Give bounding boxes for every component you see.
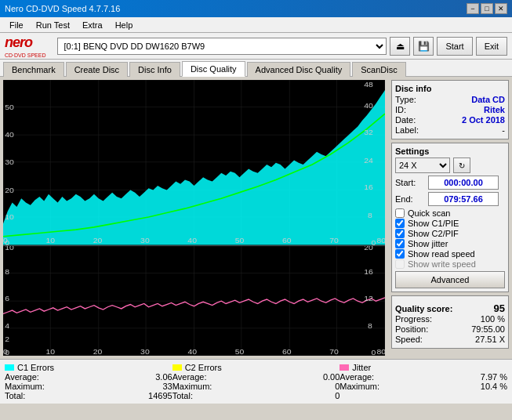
quickscan-checkbox[interactable] (395, 208, 405, 218)
c2pif-row: Show C2/PIF (395, 229, 505, 238)
quality-section: Quality score: 95 Progress: 100 % Positi… (391, 295, 509, 349)
c2-avg-label: Average: (172, 372, 207, 382)
jitter-label: Show jitter (408, 239, 448, 248)
progress-row: Progress: 100 % (395, 314, 505, 324)
c1-stat-group: C1 Errors Average: 3.06 Maximum: 33 Tota… (5, 363, 172, 400)
c1-total-label: Total: (5, 391, 25, 400)
minimize-button[interactable]: − (467, 3, 479, 14)
progress-value: 100 % (481, 314, 505, 324)
c1-avg-label: Average: (5, 372, 39, 382)
svg-text:16: 16 (364, 183, 373, 192)
right-panel: Disc info Type: Data CD ID: Ritek Date: … (388, 77, 512, 359)
speed-label: Speed: (395, 335, 423, 344)
c1pie-label: Show C1/PIE (408, 219, 459, 228)
toolbar: nero CD·DVD SPEED [0:1] BENQ DVD DD DW16… (0, 33, 512, 60)
c2-max-row: Maximum: 0 (172, 382, 340, 391)
date-label: Date: (395, 115, 416, 125)
drive-selector[interactable]: [0:1] BENQ DVD DD DW1620 B7W9 (57, 38, 387, 55)
svg-text:20: 20 (364, 246, 373, 252)
jitter-title-text: Jitter (352, 363, 371, 372)
exit-button[interactable]: Exit (476, 37, 507, 56)
type-value: Data CD (471, 95, 505, 104)
tab-disc-quality[interactable]: Disc Quality (182, 61, 245, 77)
settings-section: Settings 24 X ↻ Start: End: Quick scan (391, 143, 509, 292)
c1-max-label: Maximum: (5, 382, 45, 391)
logo-sub: CD·DVD SPEED (5, 52, 46, 58)
svg-text:20: 20 (5, 186, 14, 194)
id-label: ID: (395, 105, 406, 114)
c1-color-indicator (5, 364, 14, 371)
menu-bar: File Run Test Extra Help (0, 17, 512, 33)
tab-scandisc[interactable]: ScanDisc (352, 62, 405, 77)
menu-file[interactable]: File (3, 19, 30, 31)
disc-type-row: Type: Data CD (395, 95, 505, 104)
readspeed-checkbox[interactable] (395, 249, 405, 259)
c1-total-val: 14695 (148, 391, 172, 400)
jitter-avg-row: Average: 7.97 % (340, 372, 507, 382)
label-label: Label: (395, 125, 419, 135)
c1pie-row: Show C1/PIE (395, 219, 505, 228)
readspeed-label: Show read speed (408, 249, 475, 259)
speed-select[interactable]: 24 X (395, 158, 450, 173)
svg-text:30: 30 (140, 347, 150, 356)
svg-text:50: 50 (235, 237, 245, 245)
tab-disc-info[interactable]: Disc Info (129, 62, 180, 77)
end-label: End: (395, 194, 425, 204)
svg-text:0: 0 (372, 238, 376, 245)
jitter-checkbox[interactable] (395, 239, 405, 248)
c2pif-checkbox[interactable] (395, 229, 405, 238)
menu-runtest[interactable]: Run Test (30, 19, 76, 31)
svg-text:70: 70 (329, 237, 339, 245)
tab-advanced-disc-quality[interactable]: Advanced Disc Quality (247, 62, 351, 77)
start-button[interactable]: Start (437, 37, 472, 56)
c2pif-label: Show C2/PIF (408, 229, 459, 238)
eject-icon-btn[interactable]: ⏏ (390, 37, 410, 56)
svg-text:20: 20 (93, 237, 103, 245)
refresh-icon-btn[interactable]: ↻ (453, 158, 470, 173)
quickscan-row: Quick scan (395, 208, 505, 218)
tab-benchmark[interactable]: Benchmark (3, 62, 64, 77)
app-title: Nero CD-DVD Speed 4.7.7.16 (5, 4, 120, 13)
c1pie-checkbox[interactable] (395, 219, 405, 228)
svg-text:60: 60 (282, 237, 292, 245)
start-input[interactable] (428, 176, 499, 190)
c2-title-text: C2 Errors (185, 363, 222, 372)
writespeed-label: Show write speed (408, 259, 476, 269)
logo-text: nero (5, 34, 46, 51)
svg-text:0: 0 (3, 347, 8, 356)
chart-top: 0 10 20 30 40 50 0 8 16 24 32 40 48 0 10… (3, 80, 385, 245)
writespeed-checkbox (395, 259, 405, 269)
title-bar-controls: − □ ✕ (467, 3, 507, 14)
tab-bar: Benchmark Create Disc Disc Info Disc Qua… (0, 60, 512, 77)
advanced-button[interactable]: Advanced (395, 271, 505, 288)
svg-text:20: 20 (93, 347, 103, 356)
menu-help[interactable]: Help (109, 19, 140, 31)
svg-text:16: 16 (364, 267, 373, 276)
svg-text:10: 10 (45, 347, 55, 356)
svg-text:8: 8 (5, 267, 9, 276)
svg-text:0: 0 (3, 237, 8, 245)
quality-row: Quality score: 95 (395, 302, 505, 314)
svg-text:32: 32 (364, 129, 373, 137)
svg-text:2: 2 (5, 335, 9, 343)
end-input[interactable] (428, 192, 499, 206)
tab-create-disc[interactable]: Create Disc (66, 62, 128, 77)
svg-text:10: 10 (5, 213, 14, 222)
c2-max-label: Maximum: (172, 382, 212, 391)
save-icon-btn[interactable]: 💾 (413, 37, 434, 56)
settings-title: Settings (395, 147, 505, 156)
jitter-row: Show jitter (395, 239, 505, 248)
start-row: Start: (395, 176, 505, 190)
close-button[interactable]: ✕ (495, 3, 507, 14)
c2-avg-val: 0.00 (323, 372, 340, 382)
svg-text:40: 40 (5, 131, 14, 139)
svg-text:8: 8 (368, 321, 372, 330)
maximize-button[interactable]: □ (481, 3, 493, 14)
disc-date-row: Date: 2 Oct 2018 (395, 115, 505, 125)
c2-total-row: Total: 0 (172, 391, 340, 400)
date-value: 2 Oct 2018 (462, 115, 505, 125)
menu-extra[interactable]: Extra (76, 19, 109, 31)
c2-title: C2 Errors (172, 363, 340, 372)
svg-text:0: 0 (372, 348, 376, 356)
title-bar-left: Nero CD-DVD Speed 4.7.7.16 (5, 4, 120, 13)
